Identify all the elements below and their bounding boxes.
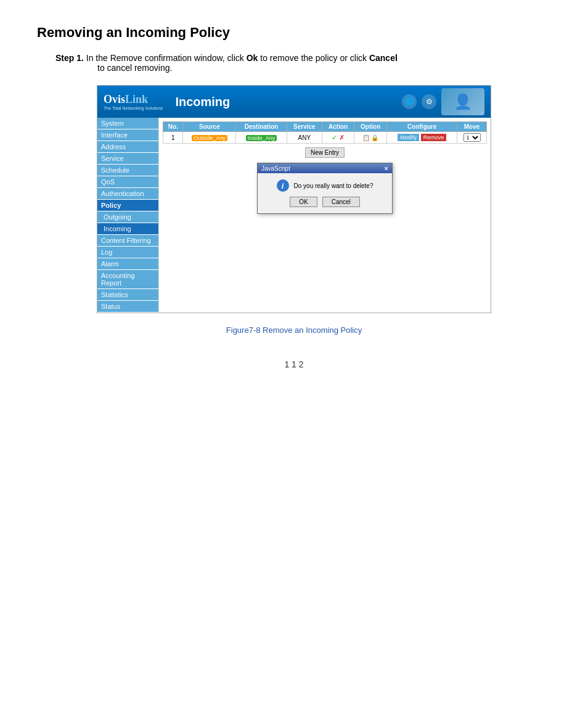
- dialog-buttons: OK Cancel: [290, 197, 360, 207]
- sidebar-item-accounting-report[interactable]: Accounting Report: [97, 270, 158, 288]
- step-cancel-bold: Cancel: [369, 53, 398, 63]
- sidebar-item-content-filtering[interactable]: Content Filtering: [97, 235, 158, 246]
- dialog-message: Do you really want to delete?: [294, 182, 374, 189]
- sidebar: System Interface Address Service Schedul…: [97, 118, 159, 313]
- sidebar-item-status[interactable]: Status: [97, 301, 158, 312]
- dialog-cancel-button[interactable]: Cancel: [322, 197, 360, 207]
- col-destination: Destination: [236, 122, 287, 132]
- sidebar-item-outgoing[interactable]: Outgoing: [97, 211, 158, 223]
- cell-no: 1: [163, 132, 183, 144]
- col-action: Action: [322, 122, 354, 132]
- dialog-area: JavaScript × i Do you really want to del…: [163, 163, 487, 218]
- col-no: No.: [163, 122, 183, 132]
- check-icon: ✓: [332, 134, 337, 141]
- header-icons: 🌐 ⚙ 👤: [402, 88, 484, 115]
- cell-action: ✓ ✗: [322, 132, 354, 144]
- person-image: 👤: [441, 88, 484, 115]
- remove-button[interactable]: Remove: [421, 134, 447, 141]
- dialog-ok-button[interactable]: OK: [290, 197, 317, 207]
- step-block: Step 1. In the Remove confirmation windo…: [55, 53, 551, 73]
- col-configure: Configure: [387, 122, 457, 132]
- page-title: Removing an Incoming Policy: [37, 25, 551, 41]
- cell-move: 1: [457, 132, 487, 144]
- globe-icon: 🌐: [402, 94, 417, 109]
- sidebar-item-authentication[interactable]: Authentication: [97, 188, 158, 199]
- step-ok-bold: Ok: [247, 53, 258, 63]
- router-header: OvisLink The Total Networking Solutions …: [97, 86, 491, 118]
- sidebar-item-system[interactable]: System: [97, 118, 158, 129]
- move-select[interactable]: 1: [463, 133, 481, 142]
- cell-source: Outside_Any: [183, 132, 236, 144]
- logo-tagline: The Total Networking Solutions: [104, 106, 163, 110]
- col-source: Source: [183, 122, 236, 132]
- col-service: Service: [287, 122, 322, 132]
- col-move: Move: [457, 122, 487, 132]
- confirm-dialog: JavaScript × i Do you really want to del…: [257, 163, 393, 214]
- sidebar-item-statistics[interactable]: Statistics: [97, 289, 158, 300]
- step-label: Step 1.: [55, 53, 84, 63]
- sidebar-item-log[interactable]: Log: [97, 247, 158, 258]
- info-icon: i: [277, 179, 289, 192]
- step-intro-text: In the Remove confirmation window, click: [86, 53, 247, 63]
- dialog-body: i Do you really want to delete? OK Cance…: [258, 173, 392, 213]
- sidebar-item-qos[interactable]: QoS: [97, 176, 158, 187]
- main-content: No. Source Destination Service Action Op…: [159, 118, 491, 313]
- sidebar-item-incoming[interactable]: Incoming: [97, 223, 158, 234]
- logo-name: OvisLink: [104, 93, 148, 106]
- figure-caption: Figure7-8 Remove an Incoming Policy: [37, 325, 551, 335]
- cell-configure: Modify Remove: [387, 132, 457, 144]
- dialog-close-button[interactable]: ×: [385, 165, 388, 172]
- dialog-titlebar: JavaScript ×: [258, 163, 392, 173]
- sidebar-item-service[interactable]: Service: [97, 153, 158, 164]
- sidebar-item-alarm[interactable]: Alarm: [97, 258, 158, 269]
- header-section-title: Incoming: [163, 95, 402, 109]
- screenshot-container: OvisLink The Total Networking Solutions …: [97, 85, 491, 313]
- page-number: 1 1 2: [37, 359, 551, 369]
- dialog-title: JavaScript: [261, 165, 290, 172]
- sidebar-item-address[interactable]: Address: [97, 141, 158, 152]
- policy-table: No. Source Destination Service Action Op…: [163, 121, 487, 144]
- step-mid-text: to remove the policy or click: [258, 53, 369, 63]
- modify-button[interactable]: Modify: [398, 134, 419, 141]
- sidebar-item-schedule[interactable]: Schedule: [97, 165, 158, 176]
- cell-option: 📋 🔒: [354, 132, 387, 144]
- table-row: 1 Outside_Any Inside_Any ANY ✓ ✗ 📋 🔒: [163, 132, 487, 144]
- sidebar-item-interface[interactable]: Interface: [97, 129, 158, 141]
- step-continuation: to cancel removing.: [97, 63, 551, 73]
- settings-icon: ⚙: [422, 94, 436, 109]
- sidebar-item-policy[interactable]: Policy: [97, 200, 158, 211]
- option-icon-2: 🔒: [371, 134, 378, 141]
- option-icon-1: 📋: [362, 134, 370, 141]
- router-body: System Interface Address Service Schedul…: [97, 118, 491, 313]
- col-option: Option: [354, 122, 387, 132]
- cell-service: ANY: [287, 132, 322, 144]
- cell-destination: Inside_Any: [236, 132, 287, 144]
- dialog-message-row: i Do you really want to delete?: [277, 179, 374, 192]
- ovislink-logo: OvisLink The Total Networking Solutions: [104, 93, 163, 110]
- x-icon: ✗: [339, 134, 345, 141]
- new-entry-button[interactable]: New Entry: [305, 147, 345, 158]
